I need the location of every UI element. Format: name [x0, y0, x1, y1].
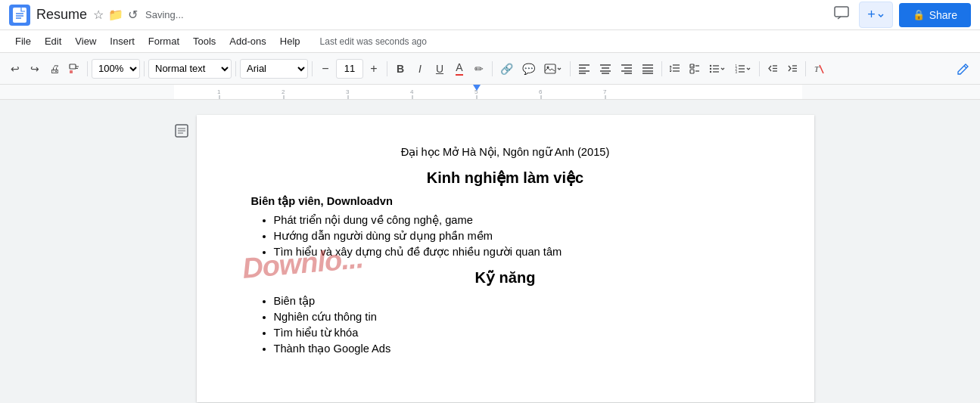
doc-job-title: Biên tập viên, Downloadvn [251, 194, 760, 207]
print-button[interactable]: 🖨 [45, 58, 64, 79]
underline-button[interactable]: U [431, 58, 449, 79]
document-title[interactable]: Resume [36, 7, 87, 23]
add-button[interactable]: + [859, 2, 893, 28]
svg-rect-1 [835, 7, 848, 17]
svg-rect-3 [70, 70, 73, 73]
italic-button[interactable]: I [411, 58, 429, 79]
comment-button[interactable] [830, 2, 853, 28]
share-button[interactable]: 🔒 Share [899, 3, 971, 27]
svg-line-49 [964, 66, 966, 68]
list-item: Hướng dẫn người dùng sử dụng phần mềm [274, 229, 760, 242]
svg-point-29 [710, 64, 711, 66]
lock-icon: 🔒 [913, 9, 925, 20]
svg-rect-27 [690, 70, 694, 73]
checklist-button[interactable] [686, 58, 704, 79]
sep10 [805, 61, 806, 76]
list-item: Biên tập [274, 294, 760, 307]
list-item: Tìm hiểu và xây dựng chủ đề được nhiều n… [274, 245, 760, 258]
sep6 [492, 61, 493, 76]
svg-text:3: 3 [736, 70, 738, 73]
insert-comment-button[interactable]: 💬 [518, 58, 539, 79]
svg-point-33 [710, 70, 711, 72]
menu-bar: File Edit View Insert Format Tools Add-o… [0, 30, 980, 53]
menu-help[interactable]: Help [274, 33, 306, 49]
toolbar: ↩ ↪ 🖨 100% Normal text Heading 1 Heading… [0, 53, 980, 85]
svg-text:T: T [814, 64, 820, 73]
paint-format-button[interactable] [65, 58, 83, 79]
document-area: Downlo... Đại học Mở Hà Nội, Ngôn ngữ An… [0, 100, 980, 403]
editing-pencil-button[interactable] [953, 58, 974, 79]
sep4 [312, 61, 313, 76]
doc-heading2: Kỹ năng [251, 268, 760, 287]
style-select[interactable]: Normal text Heading 1 Heading 2 [148, 59, 232, 79]
header-right-actions: + 🔒 Share [830, 2, 971, 28]
doc-bullet-list-1: Phát triển nội dung về công nghệ, game H… [274, 213, 760, 258]
last-edit-status: Last edit was seconds ago [320, 36, 427, 47]
doc-bullet-list-2: Biên tập Nghiên cứu thông tin Tìm hiểu t… [274, 294, 760, 355]
menu-tools[interactable]: Tools [187, 33, 222, 49]
line-spacing-button[interactable] [666, 58, 684, 79]
numbered-list-button[interactable]: 123 [731, 58, 755, 79]
menu-view[interactable]: View [69, 33, 102, 49]
align-left-button[interactable] [574, 58, 594, 79]
link-button[interactable]: 🔗 [496, 58, 517, 79]
sep1 [87, 61, 88, 76]
ruler: 1 2 3 4 5 6 7 [0, 85, 980, 100]
list-item: Nghiên cứu thông tin [274, 310, 760, 323]
menu-insert[interactable]: Insert [104, 33, 141, 49]
svg-point-31 [710, 67, 711, 69]
bullet-list-button[interactable] [705, 58, 730, 79]
list-item: Phát triển nội dung về công nghệ, game [274, 213, 760, 226]
align-justify-button[interactable] [638, 58, 658, 79]
sep2 [144, 61, 145, 76]
left-panel [166, 115, 197, 388]
align-center-button[interactable] [596, 58, 615, 79]
align-right-button[interactable] [617, 58, 636, 79]
sep5 [387, 61, 387, 76]
menu-addons[interactable]: Add-ons [223, 33, 272, 49]
menu-file[interactable]: File [9, 33, 37, 49]
doc-heading1: Kinh nghiệm làm việc [251, 169, 760, 187]
sep8 [661, 61, 662, 76]
clear-format-button[interactable]: T [810, 58, 828, 79]
app-icon [9, 5, 30, 26]
title-bar: Resume ☆ 📁 ↺ Saving... + 🔒 Share [0, 0, 980, 30]
svg-text:7: 7 [603, 88, 607, 95]
folder-icon[interactable]: 📁 [108, 8, 123, 22]
page-container: Downlo... Đại học Mở Hà Nội, Ngôn ngữ An… [166, 115, 814, 388]
menu-format[interactable]: Format [142, 33, 185, 49]
highlight-button[interactable]: ✏ [470, 58, 488, 79]
font-size-minus-button[interactable]: − [316, 58, 334, 79]
list-item: Thành thạo Google Ads [274, 342, 760, 355]
svg-line-48 [820, 65, 823, 73]
bold-button[interactable]: B [391, 58, 409, 79]
ruler-marks: 1 2 3 4 5 6 7 [174, 85, 802, 100]
cloud-icon[interactable]: ↺ [128, 8, 138, 22]
indent-more-button[interactable] [783, 58, 801, 79]
document-page[interactable]: Downlo... Đại học Mở Hà Nội, Ngôn ngữ An… [197, 115, 814, 402]
redo-button[interactable]: ↪ [26, 58, 44, 79]
indent-less-button[interactable] [764, 58, 782, 79]
menu-edit[interactable]: Edit [39, 33, 67, 49]
font-size-input[interactable] [336, 59, 363, 79]
svg-rect-0 [13, 8, 26, 23]
svg-text:4: 4 [410, 88, 414, 95]
insert-image-button[interactable] [540, 58, 566, 79]
doc-line1: Đại học Mở Hà Nội, Ngôn ngữ Anh (2015) [251, 145, 760, 158]
sep7 [570, 61, 571, 76]
svg-text:1: 1 [217, 88, 221, 95]
sep3 [235, 61, 236, 76]
sep9 [759, 61, 760, 76]
zoom-select[interactable]: 100% [92, 59, 140, 79]
svg-text:6: 6 [539, 88, 543, 95]
star-icon[interactable]: ☆ [93, 8, 104, 22]
saving-status: Saving... [145, 9, 184, 20]
undo-button[interactable]: ↩ [6, 58, 24, 79]
font-size-plus-button[interactable]: + [365, 58, 383, 79]
list-item: Tìm hiểu từ khóa [274, 326, 760, 339]
text-color-button[interactable]: A [450, 58, 468, 79]
font-name-select[interactable]: Arial [240, 59, 308, 79]
svg-text:3: 3 [346, 88, 350, 95]
svg-rect-4 [545, 64, 555, 73]
svg-text:2: 2 [282, 88, 285, 95]
